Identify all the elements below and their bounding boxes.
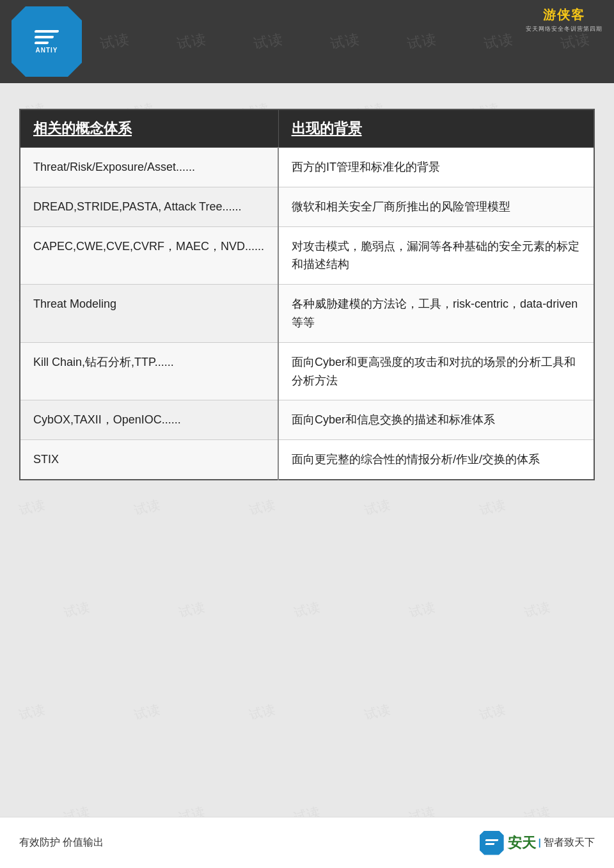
table-cell-col1-5: CybOX,TAXII，OpenIOC...... (20, 400, 278, 440)
pwm-26: 试读 (62, 598, 91, 621)
concept-table: 相关的概念体系 出现的背景 Threat/Risk/Exposure/Asset… (19, 109, 595, 480)
pwm-29: 试读 (407, 598, 437, 621)
table-cell-col2-6: 面向更完整的综合性的情报分析/作业/交换的体系 (278, 440, 594, 480)
table-cell-col1-4: Kill Chain,钻石分析,TTP...... (20, 342, 278, 400)
header-right-logo: 游侠客 安天网络安全冬训营第四期 (526, 6, 602, 33)
header-watermarks: 试读 试读 试读 试读 试读 试读 试读 试读 (0, 0, 614, 83)
table-cell-col1-6: STIX (20, 440, 278, 480)
logo-line-3 (34, 42, 49, 44)
header: 试读 试读 试读 试读 试读 试读 试读 试读 ANTIY 游侠客 安天网络安全… (0, 0, 614, 83)
watermark-3: 试读 (175, 29, 209, 54)
footer-logo: 安天 | 智者致天下 (480, 831, 595, 855)
footer-brand-tag: | 智者致天下 (539, 836, 595, 849)
watermark-6: 试读 (405, 29, 439, 54)
watermark-7: 试读 (482, 29, 516, 54)
footer: 有效防护 价值输出 安天 | 智者致天下 (0, 817, 614, 868)
logo: ANTIY (12, 6, 82, 77)
pwm-32: 试读 (132, 700, 162, 723)
table-cell-col1-0: Threat/Risk/Exposure/Asset...... (20, 148, 278, 187)
footer-brand-name: 安天 (508, 833, 536, 853)
table-cell-col2-5: 面向Cyber和信息交换的描述和标准体系 (278, 400, 594, 440)
logo-icon (35, 30, 59, 44)
table-cell-col1-3: Threat Modeling (20, 285, 278, 343)
table-row: Kill Chain,钻石分析,TTP......面向Cyber和更高强度的攻击… (20, 342, 594, 400)
col2-header: 出现的背景 (278, 109, 594, 148)
table-cell-col2-1: 微软和相关安全厂商所推出的风险管理模型 (278, 187, 594, 226)
table-row: DREAD,STRIDE,PASTA, Attack Tree......微软和… (20, 187, 594, 226)
watermark-5: 试读 (329, 29, 362, 54)
header-brand-sub: 安天网络安全冬训营第四期 (526, 25, 602, 33)
pwm-27: 试读 (177, 598, 207, 621)
watermark-2: 试读 (98, 29, 132, 54)
watermark-4: 试读 (252, 29, 285, 54)
table-row: CybOX,TAXII，OpenIOC......面向Cyber和信息交换的描述… (20, 400, 594, 440)
footer-logo-icon-inner (485, 838, 498, 848)
table-cell-col2-4: 面向Cyber和更高强度的攻击和对抗的场景的分析工具和分析方法 (278, 342, 594, 400)
pwm-35: 试读 (478, 700, 507, 723)
table-cell-col1-1: DREAD,STRIDE,PASTA, Attack Tree...... (20, 187, 278, 226)
logo-line-2 (34, 36, 54, 38)
table-row: Threat/Risk/Exposure/Asset......西方的IT管理和… (20, 148, 594, 187)
table-row: Threat Modeling各种威胁建模的方法论，工具，risk-centri… (20, 285, 594, 343)
pwm-28: 试读 (292, 598, 322, 621)
table-row: STIX面向更完整的综合性的情报分析/作业/交换的体系 (20, 440, 594, 480)
footer-brand: 安天 | 智者致天下 (508, 833, 595, 853)
pwm-31: 试读 (17, 700, 47, 723)
pwm-33: 试读 (248, 700, 277, 723)
footer-logo-icon (480, 831, 504, 855)
table-cell-col1-2: CAPEC,CWE,CVE,CVRF，MAEC，NVD...... (20, 226, 278, 285)
table-cell-col2-3: 各种威胁建模的方法论，工具，risk-centric，data-driven等等 (278, 285, 594, 343)
col1-header: 相关的概念体系 (20, 109, 278, 148)
logo-line-1 (34, 30, 59, 33)
header-brand-name: 游侠客 (543, 6, 585, 24)
pwm-30: 试读 (523, 598, 552, 621)
pwm-34: 试读 (363, 700, 392, 723)
table-row: CAPEC,CWE,CVE,CVRF，MAEC，NVD......对攻击模式，脆… (20, 226, 594, 285)
main-content: 相关的概念体系 出现的背景 Threat/Risk/Exposure/Asset… (0, 83, 614, 500)
logo-text: ANTIY (36, 47, 58, 54)
table-cell-col2-2: 对攻击模式，脆弱点，漏洞等各种基础的安全元素的标定和描述结构 (278, 226, 594, 285)
table-cell-col2-0: 西方的IT管理和标准化的背景 (278, 148, 594, 187)
footer-slogan: 有效防护 价值输出 (19, 836, 104, 849)
table-header-row: 相关的概念体系 出现的背景 (20, 109, 594, 148)
